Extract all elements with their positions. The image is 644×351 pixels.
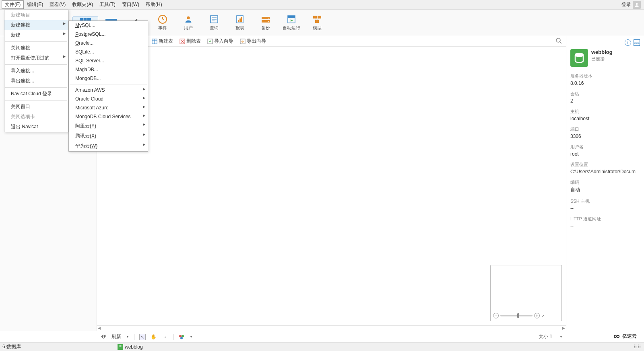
grip-icon: ⠿⠿ [634, 344, 642, 350]
tool-backup[interactable]: 备份 [253, 15, 279, 31]
menu-edit[interactable]: 编辑(E) [24, 0, 46, 9]
svg-point-22 [268, 18, 269, 18]
expand-icon[interactable]: ⤢ [541, 314, 545, 318]
user-icon [183, 15, 194, 24]
btn-deltable[interactable]: 删除表 [177, 37, 203, 45]
conn-mongodb[interactable]: MongoDB... [69, 74, 148, 83]
deltable-icon [180, 39, 185, 44]
svg-point-23 [268, 21, 269, 22]
file-closetab: 关闭选项卡 [4, 112, 68, 122]
file-importconn[interactable]: 导入连接... [4, 66, 68, 76]
tool-autorun[interactable]: 自动运行 [279, 15, 304, 31]
menubar: 文件(F) 编辑(E) 查看(V) 收藏夹(A) 工具(T) 窗口(W) 帮助(… [0, 0, 644, 10]
conn-sqlserver[interactable]: SQL Server... [69, 56, 148, 65]
status-conn: webblog [125, 344, 143, 350]
pointer-icon[interactable]: ↖ [139, 334, 146, 340]
prop-ssh: -- [570, 205, 640, 211]
center-pane: 新建表 删除表 导入向导 导出向导 − + ⤢ [97, 36, 566, 331]
tool-event[interactable]: 事件 [150, 15, 175, 31]
zoom-slider[interactable] [500, 315, 533, 316]
color-icon[interactable] [178, 334, 185, 340]
btn-newtable[interactable]: 新建表 [149, 37, 175, 45]
menu-tools[interactable]: 工具(T) [96, 0, 118, 9]
svg-rect-17 [238, 20, 239, 22]
conn-huawei[interactable]: 华为云(W) [69, 141, 148, 151]
file-cloudlogin[interactable]: Navicat Cloud 登录 [4, 89, 68, 99]
tool-query[interactable]: 查询 [201, 15, 227, 31]
menu-file[interactable]: 文件(F) [2, 0, 24, 9]
menu-separator [5, 41, 67, 42]
menu-fav[interactable]: 收藏夹(A) [69, 0, 96, 9]
minimap[interactable]: − + ⤢ [490, 265, 562, 321]
tab-toolbar: 新建表 删除表 导入向导 导出向导 [97, 36, 566, 47]
report-icon [234, 15, 246, 24]
avatar-icon [633, 1, 641, 9]
info-icon[interactable]: i [625, 39, 631, 46]
db-icon [570, 49, 588, 67]
conn-sqlite[interactable]: SQLite... [69, 47, 148, 56]
newconn-submenu: MySQL... PostgreSQL... Oracle... SQLite.… [68, 21, 148, 152]
conn-aliyun[interactable]: 阿里云(Y) [69, 121, 148, 131]
conn-oracle[interactable]: Oracle... [69, 39, 148, 47]
zoom-in-icon[interactable]: + [534, 313, 540, 318]
conn-mysql[interactable]: MySQL... [69, 21, 148, 30]
svg-rect-25 [288, 16, 295, 18]
newtable-icon [152, 39, 157, 44]
btn-import[interactable]: 导入向导 [205, 37, 236, 45]
svg-marker-26 [291, 19, 293, 22]
login-area[interactable]: 登录 [621, 1, 642, 9]
btn-export[interactable]: 导出向导 [237, 37, 268, 45]
conn-postgresql[interactable]: PostgreSQL... [69, 30, 148, 39]
import-icon [207, 39, 213, 44]
refresh-icon[interactable] [100, 334, 107, 340]
conn-oraclecloud[interactable]: Oracle Cloud [69, 94, 148, 103]
file-recent[interactable]: 打开最近使用过的 [4, 53, 68, 63]
prop-encoding: 自动 [570, 187, 640, 193]
tool-user[interactable]: 用户 [175, 15, 201, 31]
db-count: 6 数据库 [2, 343, 21, 350]
svg-rect-19 [241, 17, 242, 22]
svg-line-31 [317, 18, 319, 20]
tool-model[interactable]: 模型 [304, 15, 330, 31]
conn-aws[interactable]: Amazon AWS [69, 86, 148, 94]
file-closewin[interactable]: 关闭窗口 [4, 102, 68, 112]
conn-azure[interactable]: Microsoft Azure [69, 103, 148, 112]
conn-mongocloud[interactable]: MongoDB Cloud Services [69, 112, 148, 121]
file-new[interactable]: 新建 [4, 30, 68, 40]
menu-view[interactable]: 查看(V) [46, 0, 69, 9]
model-icon [312, 15, 323, 24]
menu-help[interactable]: 帮助(H) [142, 0, 165, 9]
hscrollbar[interactable]: ◀ ▶ [97, 325, 566, 331]
menu-window[interactable]: 窗口(W) [119, 0, 142, 9]
ddl-icon[interactable]: DDL [634, 39, 640, 46]
conn-status: 已连接 [591, 56, 613, 62]
search-icon[interactable] [555, 37, 562, 45]
login-label: 登录 [621, 1, 631, 8]
svg-rect-29 [315, 20, 319, 23]
conn-name: webblog [591, 49, 613, 55]
menu-separator [70, 84, 147, 84]
hand-icon[interactable]: ✋ [151, 334, 157, 340]
menu-separator [5, 100, 67, 101]
zoom-out-icon[interactable]: − [493, 313, 499, 318]
prop-http: -- [570, 223, 640, 229]
file-exportconn[interactable]: 导出连接... [4, 76, 68, 86]
svg-point-42 [575, 53, 583, 57]
svg-rect-28 [318, 16, 321, 18]
file-newconnection[interactable]: 新建连接 [4, 20, 68, 30]
file-closeconn[interactable]: 关闭连接 [4, 43, 68, 53]
file-menu-dropdown: 新建项目 新建连接 新建 关闭连接 打开最近使用过的 导入连接... 导出连接.… [4, 10, 68, 132]
link-icon[interactable]: ↔ [162, 334, 168, 340]
content-canvas[interactable]: − + ⤢ [97, 47, 566, 325]
tool-report[interactable]: 报表 [227, 15, 253, 31]
svg-point-44 [182, 335, 184, 337]
conn-tencent[interactable]: 腾讯云(X) [69, 131, 148, 141]
center-statusbar: 刷新 ▼ ↖ ✋ ↔ ▼ 大小 1 ▼ [97, 331, 566, 342]
menu-separator [5, 64, 67, 65]
file-exit[interactable]: 退出 Navicat [4, 122, 68, 132]
refresh-label[interactable]: 刷新 [111, 333, 121, 340]
backup-icon [260, 15, 271, 24]
svg-point-11 [187, 16, 190, 19]
menu-separator [5, 87, 67, 88]
conn-mariadb[interactable]: MariaDB... [69, 65, 148, 74]
